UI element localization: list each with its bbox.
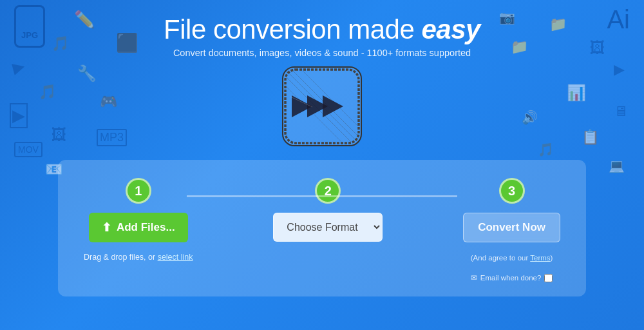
progress-bar: [187, 195, 457, 197]
convert-now-button[interactable]: Convert Now: [463, 213, 560, 242]
step-1: 1 ⬆ Add Files... Drag & drop files, or s…: [84, 178, 193, 262]
steps-row: 1 ⬆ Add Files... Drag & drop files, or s…: [84, 178, 560, 282]
page-title: File conversion made easy: [164, 14, 480, 45]
step-1-number: 1: [126, 178, 151, 204]
email-when-done-row: ✉ Email when done?: [471, 273, 553, 282]
step-2: 2 Choose Format PDF DOCX MP4 MP3 JPG PNG…: [273, 178, 383, 242]
format-select[interactable]: Choose Format PDF DOCX MP4 MP3 JPG PNG Z…: [273, 213, 383, 242]
step-2-number: 2: [315, 178, 341, 204]
add-files-button[interactable]: ⬆ Add Files...: [89, 213, 188, 242]
terms-link[interactable]: Terms: [530, 254, 550, 262]
drag-drop-text: Drag & drop files, or select link: [84, 253, 193, 262]
upload-icon: ⬆: [102, 220, 111, 235]
subtitle: Convert documents, images, videos & soun…: [173, 48, 471, 58]
app-logo: [280, 64, 364, 148]
email-icon: ✉: [471, 273, 477, 282]
select-link[interactable]: select link: [158, 253, 193, 262]
email-label: Email when done?: [480, 274, 542, 282]
agree-text: (And agree to our Terms): [471, 254, 553, 262]
step-panel: 1 ⬆ Add Files... Drag & drop files, or s…: [58, 160, 586, 296]
add-files-label: Add Files...: [117, 221, 175, 234]
main-content: File conversion made easy Convert docume…: [0, 0, 644, 296]
step-3: 3 Convert Now (And agree to our Terms) ✉…: [463, 178, 560, 282]
email-checkbox[interactable]: [544, 274, 553, 282]
step-3-number: 3: [499, 178, 525, 204]
convert-now-label: Convert Now: [478, 221, 545, 233]
